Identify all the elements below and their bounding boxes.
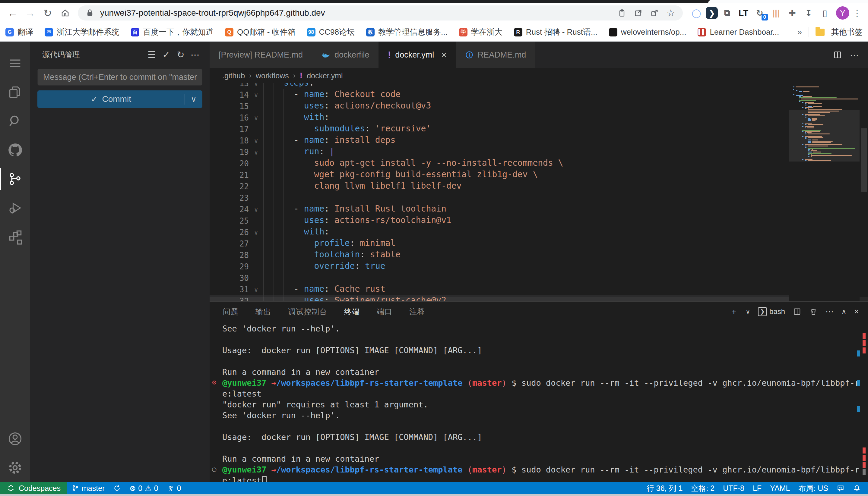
notifications-indicator[interactable] bbox=[849, 482, 868, 494]
terminal-output[interactable]: See 'docker run --help'.Usage: docker ru… bbox=[210, 322, 859, 482]
bookmarks-overflow-chevron[interactable]: » bbox=[797, 27, 802, 37]
remote-indicator[interactable]: Codespaces bbox=[0, 482, 67, 494]
tab-dockerfile[interactable]: dockerfile bbox=[312, 42, 379, 68]
breadcrumb-item[interactable]: docker.yml bbox=[307, 72, 343, 80]
settings-gear-icon[interactable] bbox=[0, 453, 30, 482]
panel-tab-调试控制台[interactable]: 调试控制台 bbox=[287, 303, 328, 321]
clipboard-icon[interactable] bbox=[616, 7, 628, 19]
status-item[interactable]: 行 36, 列 1 bbox=[642, 482, 687, 494]
commit-dropdown-chevron-icon[interactable]: ∨ bbox=[185, 95, 203, 104]
code-editor[interactable]: 13∨steps:14∨- name: Checkout code15uses:… bbox=[210, 83, 868, 301]
view-list-icon[interactable]: ☰ bbox=[145, 47, 159, 62]
url-bar[interactable]: yunwei37-potential-space-trout-rpr5qwj66… bbox=[78, 5, 683, 20]
panel-tab-端口[interactable]: 端口 bbox=[376, 303, 393, 321]
split-terminal-icon[interactable] bbox=[793, 307, 801, 316]
editor-more-actions-icon[interactable]: ⋯ bbox=[850, 50, 859, 60]
avatar[interactable]: Y bbox=[836, 6, 849, 19]
branch-indicator[interactable]: master bbox=[67, 482, 109, 494]
tab-readme-md[interactable]: README.md bbox=[456, 42, 536, 68]
ports-indicator[interactable]: 0 bbox=[163, 482, 185, 494]
languagetool-extension-icon[interactable]: LT bbox=[736, 6, 750, 20]
bookmark-item[interactable]: ▌▌Learner Dashboar... bbox=[698, 27, 779, 37]
reload-button[interactable]: ↻ bbox=[40, 5, 56, 21]
horizontal-scrollbar[interactable] bbox=[210, 297, 868, 301]
account-icon[interactable] bbox=[0, 424, 30, 453]
github-icon[interactable] bbox=[0, 136, 30, 165]
status-item[interactable]: LF bbox=[749, 482, 766, 494]
status-item[interactable]: 空格: 2 bbox=[687, 482, 719, 494]
fold-chevron-icon[interactable]: ∨ bbox=[249, 229, 263, 236]
search-icon[interactable] bbox=[0, 107, 30, 136]
editor-scrollbar[interactable] bbox=[859, 83, 868, 301]
fold-chevron-icon[interactable]: ∨ bbox=[249, 286, 263, 294]
terminal-instance-bash[interactable]: ❯ bash bbox=[758, 307, 785, 316]
bookmark-item[interactable]: ✉浙江大学邮件系统 bbox=[45, 27, 119, 37]
fold-chevron-icon[interactable]: ∨ bbox=[249, 114, 263, 122]
bookmark-star-icon[interactable]: ☆ bbox=[665, 7, 677, 19]
extensions-icon[interactable] bbox=[0, 222, 30, 251]
more-actions-icon[interactable]: ⋯ bbox=[188, 47, 203, 62]
problems-indicator[interactable]: ⊗ 0 ⚠ 0 bbox=[125, 482, 162, 494]
share-icon[interactable] bbox=[648, 7, 660, 19]
close-tab-icon[interactable]: × bbox=[441, 50, 447, 60]
sync-extension-icon[interactable]: ↻0 bbox=[753, 6, 767, 20]
forward-button[interactable]: → bbox=[22, 5, 38, 21]
panel-tab-终端[interactable]: 终端 bbox=[344, 303, 360, 321]
side-panel-icon[interactable]: ▯ bbox=[818, 6, 832, 20]
feedback-indicator[interactable] bbox=[833, 482, 849, 494]
commit-check-icon[interactable]: ✓ bbox=[159, 47, 174, 62]
shield-code-extension-icon[interactable]: ❯ bbox=[706, 7, 718, 19]
bookmark-item[interactable]: 百百度一下，你就知道 bbox=[131, 27, 213, 37]
sync-indicator[interactable] bbox=[109, 482, 125, 494]
bookmark-item[interactable]: 98CC98论坛 bbox=[307, 27, 355, 37]
status-item[interactable]: 布局: US bbox=[794, 482, 833, 494]
other-bookmarks-label[interactable]: 其他书签 bbox=[831, 27, 863, 37]
status-item[interactable]: UTF-8 bbox=[719, 482, 749, 494]
source-control-icon[interactable] bbox=[0, 165, 30, 193]
commit-message-input[interactable] bbox=[38, 69, 203, 86]
url-text[interactable]: yunwei37-potential-space-trout-rpr5qwj66… bbox=[100, 8, 612, 18]
download-icon[interactable]: ↧ bbox=[802, 6, 815, 20]
bookmark-item[interactable]: 学学在浙大 bbox=[459, 27, 503, 37]
panel-tab-输出[interactable]: 输出 bbox=[255, 303, 272, 321]
breadcrumb-item[interactable]: workflows bbox=[256, 72, 289, 80]
home-button[interactable] bbox=[57, 5, 73, 21]
browser-menu-icon[interactable]: ⋮ bbox=[851, 8, 863, 18]
breadcrumb[interactable]: .github›workflows›!docker.yml bbox=[210, 68, 868, 83]
fold-chevron-icon[interactable]: ∨ bbox=[249, 149, 263, 156]
panel-tab-问题[interactable]: 问题 bbox=[222, 303, 239, 321]
pencils-extension-icon[interactable]: ||| bbox=[769, 6, 783, 20]
open-in-new-icon[interactable] bbox=[632, 7, 644, 19]
pages-extension-icon[interactable]: ⧉ bbox=[720, 6, 734, 20]
bookmark-item[interactable]: 教教学管理信息服务... bbox=[366, 27, 448, 37]
ring-extension-icon[interactable]: ◯ bbox=[689, 6, 703, 20]
bookmark-item[interactable]: G翻译 bbox=[5, 27, 33, 37]
tab-docker-yml[interactable]: !docker.yml× bbox=[379, 42, 456, 68]
status-item[interactable]: YAML bbox=[766, 482, 794, 494]
fold-chevron-icon[interactable]: ∨ bbox=[249, 137, 263, 145]
refresh-icon[interactable]: ↻ bbox=[174, 47, 188, 62]
editor-scrollbar-slider[interactable] bbox=[861, 128, 867, 192]
bookmark-item[interactable]: weloveinterns/op... bbox=[609, 27, 686, 37]
fold-chevron-icon[interactable]: ∨ bbox=[249, 91, 263, 99]
tab--preview-readme-md[interactable]: [Preview] README.md bbox=[210, 42, 312, 68]
fold-chevron-icon[interactable]: ∨ bbox=[249, 206, 263, 213]
puzzle-extensions-icon[interactable]: ✚ bbox=[785, 6, 799, 20]
breadcrumb-item[interactable]: .github bbox=[222, 72, 245, 80]
bookmark-item[interactable]: QQQ邮箱 - 收件箱 bbox=[225, 27, 296, 37]
bookmark-item[interactable]: RRust 招聘 - Rust语... bbox=[514, 27, 597, 37]
explorer-icon[interactable] bbox=[0, 78, 30, 107]
run-debug-icon[interactable] bbox=[0, 193, 30, 222]
maximize-panel-chevron-icon[interactable]: ∧ bbox=[841, 308, 846, 315]
close-panel-icon[interactable]: × bbox=[854, 307, 859, 316]
split-editor-icon[interactable] bbox=[833, 50, 842, 59]
back-button[interactable]: ← bbox=[5, 5, 20, 21]
minimap[interactable] bbox=[789, 83, 859, 301]
commit-button[interactable]: ✓ Commit ∨ bbox=[38, 90, 203, 108]
fold-chevron-icon[interactable]: ∨ bbox=[249, 83, 263, 88]
menu-icon[interactable] bbox=[0, 49, 30, 78]
new-terminal-icon[interactable]: ＋ bbox=[730, 306, 738, 317]
panel-tab-注释[interactable]: 注释 bbox=[409, 303, 425, 321]
panel-more-actions-icon[interactable]: ⋯ bbox=[825, 307, 834, 316]
kill-terminal-trash-icon[interactable] bbox=[809, 307, 818, 316]
